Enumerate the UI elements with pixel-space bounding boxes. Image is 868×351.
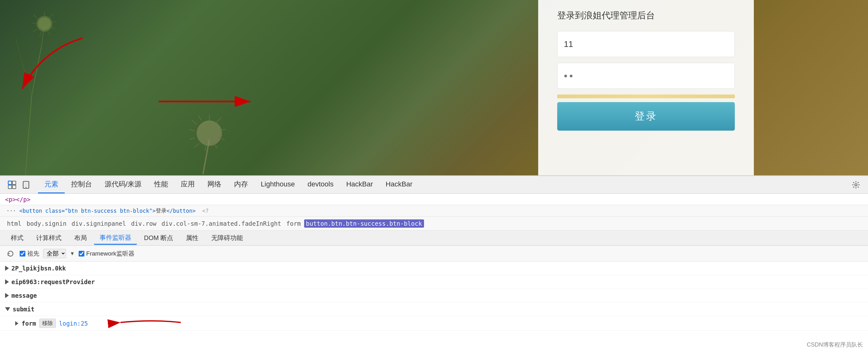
svg-line-14: [32, 23, 36, 24]
svg-point-17: [197, 121, 222, 146]
event-item-2p[interactable]: 2P_lpikjbsn.0kk: [0, 262, 868, 275]
svg-line-24: [194, 143, 199, 148]
sub-tab-properties[interactable]: 属性: [180, 232, 204, 244]
login-title: 登录到浪姐代理管理后台: [557, 9, 655, 22]
breadcrumb-bar: html body.signin div.signinpanel div.row…: [0, 217, 868, 230]
expand-icon-eip6963: [5, 279, 9, 284]
event-item-eip6963[interactable]: eip6963:requestProvider: [0, 275, 868, 289]
ancestor-checkbox-label[interactable]: 祖先: [20, 250, 39, 258]
refresh-button[interactable]: [5, 248, 16, 259]
svg-line-28: [198, 116, 202, 121]
svg-line-23: [205, 145, 206, 151]
breadcrumb-form[interactable]: form: [284, 219, 303, 228]
ancestor-checkbox[interactable]: [20, 251, 25, 256]
breadcrumb-body[interactable]: body.signin: [25, 219, 68, 228]
svg-point-6: [38, 18, 51, 30]
breadcrumb-row[interactable]: div.row: [129, 219, 158, 228]
expand-icon-form: [15, 321, 19, 326]
tab-elements[interactable]: 元素: [38, 176, 65, 193]
sub-tab-styles[interactable]: 样式: [5, 232, 29, 244]
breadcrumb-col[interactable]: div.col-sm-7.animated.fadeInRight: [159, 219, 283, 228]
svg-line-25: [190, 138, 195, 139]
dropdown-arrow-icon[interactable]: ▼: [70, 251, 75, 256]
tab-network[interactable]: 网络: [201, 176, 228, 193]
svg-line-26: [189, 129, 195, 131]
device-icon[interactable]: [19, 178, 33, 192]
event-item-message[interactable]: message: [0, 289, 868, 302]
tab-application[interactable]: 应用: [175, 176, 201, 193]
login-link[interactable]: login:25: [59, 320, 88, 327]
svg-line-13: [33, 29, 37, 32]
svg-line-27: [191, 120, 197, 124]
expand-icon-2p: [5, 266, 9, 271]
remove-badge[interactable]: 移除: [39, 319, 56, 328]
sub-toolbar: 样式 计算样式 布局 事件监听器 DOM 断点 属性 无障碍功能: [0, 230, 868, 246]
sub-tab-computed[interactable]: 计算样式: [30, 232, 67, 244]
watermark: CSDN博客程序员队长: [807, 341, 863, 348]
svg-line-8: [49, 13, 53, 18]
event-toolbar: 祖先 全部 ▼ Framework监听器: [0, 246, 868, 262]
tab-sources[interactable]: 源代码/来源: [98, 176, 148, 193]
tab-console[interactable]: 控制台: [65, 176, 98, 193]
element-path-line2: ··· <button class="btn btn-success btn-b…: [0, 205, 868, 217]
svg-rect-33: [8, 185, 12, 189]
svg-rect-35: [12, 185, 16, 189]
tab-devtools[interactable]: devtools: [301, 176, 340, 193]
red-arrow-right: [152, 89, 260, 114]
svg-rect-34: [12, 181, 16, 185]
expand-icon-submit: [5, 307, 10, 311]
tab-hackbar1[interactable]: HackBar: [340, 176, 379, 193]
sub-tab-dom-breakpoints[interactable]: DOM 断点: [138, 232, 179, 244]
highlight-bar: [557, 95, 735, 98]
element-path-line1: <p></p>: [0, 194, 868, 205]
tab-lighthouse[interactable]: Lighthouse: [254, 176, 301, 193]
breadcrumb-html[interactable]: html: [5, 219, 24, 228]
svg-rect-32: [8, 181, 12, 185]
framework-checkbox-label[interactable]: Framework监听器: [79, 250, 134, 258]
expand-icon-message: [5, 293, 9, 298]
sub-tab-event-listeners[interactable]: 事件监听器: [94, 231, 137, 245]
breadcrumb-button[interactable]: button.btn.btn-success.btn-block: [304, 219, 424, 228]
red-arrow-to-login: [89, 313, 184, 332]
tab-performance[interactable]: 性能: [148, 176, 175, 193]
svg-line-9: [52, 22, 57, 22]
devtools-toolbar: 元素 控制台 源代码/来源 性能 应用 网络 内存 Lighthouse dev…: [0, 176, 868, 194]
svg-point-39: [855, 184, 857, 186]
sub-tab-layout[interactable]: 布局: [68, 232, 93, 244]
page-area: 登录到浪姐代理管理后台 登录: [0, 0, 868, 176]
settings-icon[interactable]: [849, 178, 863, 192]
tab-memory[interactable]: 内存: [228, 176, 254, 193]
devtools-panel: 元素 控制台 源代码/来源 性能 应用 网络 内存 Lighthouse dev…: [0, 176, 868, 351]
breadcrumb-signinpanel[interactable]: div.signinpanel: [70, 219, 128, 228]
tab-hackbar2[interactable]: HackBar: [379, 176, 418, 193]
event-content: 2P_lpikjbsn.0kk eip6963:requestProvider …: [0, 262, 868, 351]
password-input[interactable]: [557, 63, 735, 89]
red-arrow-top-left: [9, 32, 89, 95]
login-button[interactable]: 登录: [557, 102, 735, 131]
ancestor-select[interactable]: 全部: [43, 249, 66, 258]
inspector-icon[interactable]: [5, 178, 19, 192]
svg-line-10: [51, 27, 55, 29]
sub-tab-accessibility[interactable]: 无障碍功能: [206, 232, 249, 244]
svg-line-0: [25, 95, 32, 176]
framework-checkbox[interactable]: [79, 251, 84, 256]
svg-rect-37: [24, 182, 28, 187]
username-input[interactable]: [557, 31, 735, 57]
svg-point-38: [26, 187, 27, 188]
event-sub-form[interactable]: form 移除 login:25: [0, 316, 868, 331]
login-panel: 登录到浪姐代理管理后台 登录: [538, 0, 754, 176]
svg-line-19: [216, 117, 221, 123]
svg-line-15: [34, 14, 37, 19]
